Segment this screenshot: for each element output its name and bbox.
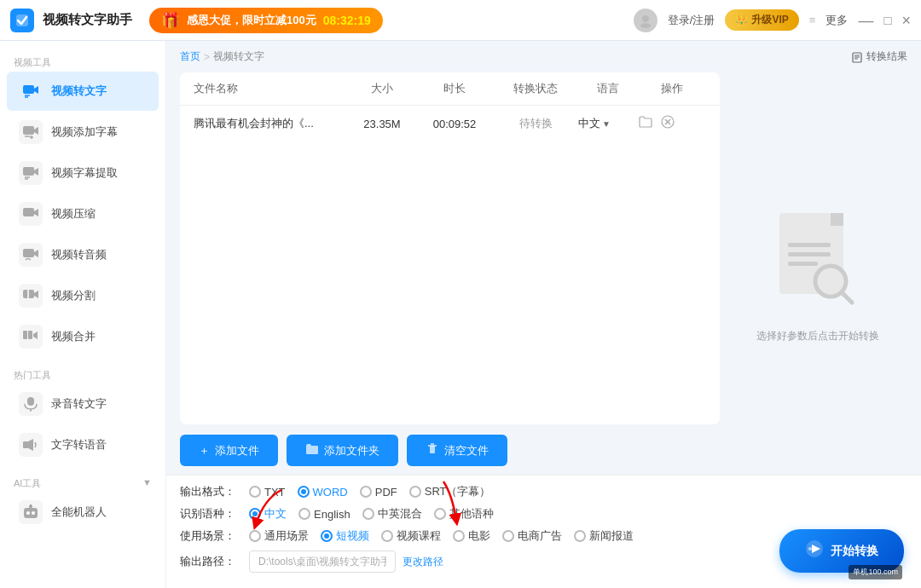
- close-button[interactable]: ×: [901, 13, 911, 28]
- scene-short-video-label: 短视频: [336, 528, 369, 544]
- promo-timer: 08:32:19: [323, 14, 371, 27]
- sidebar-item-split[interactable]: 视频分割: [7, 276, 159, 315]
- sidebar-label-to-audio: 视频转音频: [51, 247, 107, 262]
- sidebar-label-text-to-speech: 文字转语音: [51, 437, 107, 453]
- breadcrumb-home[interactable]: 首页: [180, 49, 200, 64]
- sidebar-item-ai-robot[interactable]: 全能机器人: [7, 493, 159, 532]
- open-folder-icon[interactable]: [638, 114, 653, 133]
- sidebar-item-extract-subtitle[interactable]: 视频字幕提取: [7, 153, 159, 193]
- scene-ecommerce[interactable]: 电商广告: [502, 528, 562, 544]
- svg-rect-47: [831, 213, 843, 226]
- lang-other-label: 其他语种: [449, 506, 494, 522]
- sidebar-item-audio-to-text[interactable]: 录音转文字: [7, 384, 159, 424]
- scene-ecommerce-label: 电商广告: [518, 528, 562, 544]
- start-convert-button[interactable]: 开始转换: [779, 529, 904, 573]
- scene-radio-group: 通用场景 短视频 视频课程 电影: [249, 528, 634, 544]
- sidebar-item-text-to-speech[interactable]: 文字转语音: [7, 425, 159, 464]
- plus-icon: ＋: [199, 443, 210, 458]
- result-button[interactable]: 转换结果: [851, 49, 907, 64]
- format-radio-group: TXT WORD PDF SRT（字幕）: [249, 484, 491, 499]
- scene-general[interactable]: 通用场景: [249, 528, 309, 544]
- clear-files-label: 清空文件: [444, 443, 489, 458]
- svg-rect-16: [23, 208, 34, 216]
- svg-rect-7: [23, 126, 34, 135]
- sidebar-item-add-subtitle[interactable]: 视频添加字幕: [7, 112, 159, 152]
- hot-tools-section-label: 热门工具: [0, 362, 165, 383]
- scene-movie[interactable]: 电影: [453, 528, 490, 544]
- scene-short-video[interactable]: 短视频: [321, 528, 369, 544]
- scene-video-course[interactable]: 视频课程: [381, 528, 441, 544]
- format-word[interactable]: WORD: [298, 486, 348, 499]
- lang-other[interactable]: 其他语种: [434, 506, 494, 522]
- lang-dropdown[interactable]: 中文 ▼: [578, 116, 638, 131]
- format-pdf[interactable]: PDF: [360, 486, 397, 499]
- button-row: ＋ 添加文件 添加文件夹 清空文件: [180, 424, 720, 475]
- file-name-cell: 腾讯最有机会封神的《...: [194, 116, 348, 131]
- svg-marker-25: [33, 331, 38, 339]
- svg-marker-29: [28, 439, 33, 451]
- svg-rect-3: [23, 85, 34, 94]
- start-button-wrap: 开始转换: [779, 529, 904, 573]
- sidebar-item-merge[interactable]: 视频合并: [7, 317, 159, 356]
- promo-text: 感恩大促，限时立减100元: [187, 13, 316, 28]
- scene-movie-label: 电影: [468, 528, 490, 544]
- svg-marker-17: [34, 209, 38, 216]
- sidebar-item-to-audio[interactable]: 视频转音频: [7, 235, 159, 274]
- promo-banner[interactable]: 🎁 感恩大促，限时立减100元 08:32:19: [149, 8, 383, 33]
- change-path-button[interactable]: 更改路径: [403, 555, 443, 569]
- titlebar: 视频转文字助手 🎁 感恩大促，限时立减100元 08:32:19 登录/注册 👑…: [0, 0, 921, 41]
- clear-files-button[interactable]: 清空文件: [407, 435, 507, 466]
- video-to-text-icon: [19, 79, 43, 103]
- radio-dot-video-course: [381, 530, 393, 542]
- radio-dot-short-video: [321, 530, 333, 542]
- lang-zh-en-label: 中英混合: [378, 506, 422, 522]
- svg-rect-26: [27, 397, 34, 406]
- sidebar-item-compress[interactable]: 视频压缩: [7, 194, 159, 233]
- start-label: 开始转换: [831, 544, 878, 559]
- format-label: 输出格式：: [180, 484, 235, 499]
- col-name: 文件名称: [194, 81, 348, 96]
- sidebar-item-video-to-text[interactable]: 视频转文字: [7, 72, 159, 111]
- add-file-label: 添加文件: [215, 443, 259, 458]
- app-title: 视频转文字助手: [43, 12, 132, 28]
- sidebar-label-add-subtitle: 视频添加字幕: [51, 124, 118, 140]
- svg-rect-24: [28, 331, 32, 339]
- ai-tools-section-label: AI工具▼: [0, 470, 165, 492]
- lang-zh[interactable]: 中文: [249, 506, 287, 522]
- table-header: 文件名称 大小 时长 转换状态 语言 操作: [180, 72, 720, 106]
- text-to-speech-icon: [19, 433, 43, 457]
- sidebar-label-audio-to-text: 录音转文字: [51, 396, 107, 412]
- output-path-row: 更改路径: [249, 551, 443, 573]
- scene-video-course-label: 视频课程: [397, 528, 441, 544]
- login-button[interactable]: 登录/注册: [668, 13, 715, 28]
- format-srt-label: SRT（字幕）: [425, 484, 491, 499]
- delete-icon[interactable]: [660, 114, 675, 133]
- format-txt[interactable]: TXT: [249, 486, 286, 499]
- path-label: 输出路径：: [180, 554, 235, 569]
- split-icon: [19, 284, 43, 308]
- more-button[interactable]: 更多: [825, 13, 848, 28]
- radio-dot-news: [574, 530, 586, 542]
- svg-point-31: [26, 511, 30, 515]
- format-srt[interactable]: SRT（字幕）: [409, 484, 491, 499]
- format-word-label: WORD: [313, 486, 348, 499]
- main-panel: 文件名称 大小 时长 转换状态 语言 操作 腾讯最有机会封神的《... 23.3…: [166, 72, 921, 475]
- start-icon: [805, 539, 824, 562]
- vip-button[interactable]: 👑 升级VIP: [725, 9, 798, 31]
- add-folder-label: 添加文件夹: [324, 443, 379, 458]
- lang-zh-en[interactable]: 中英混合: [362, 506, 422, 522]
- lang-radio-group: 中文 English 中英混合 其他语种: [249, 506, 494, 522]
- add-folder-button[interactable]: 添加文件夹: [287, 435, 398, 466]
- minimize-button[interactable]: —: [858, 13, 873, 28]
- main-layout: 视频工具 视频转文字 视频添加字幕 视频字幕提取 视频压缩: [0, 41, 921, 588]
- col-size: 大小: [348, 81, 416, 96]
- breadcrumb: 首页 > 视频转文字 转换结果: [166, 41, 921, 72]
- preview-hint: 选择好参数后点击开始转换: [756, 329, 879, 343]
- add-file-button[interactable]: ＋ 添加文件: [180, 435, 278, 466]
- sidebar-label-compress: 视频压缩: [51, 206, 96, 222]
- scene-news[interactable]: 新闻报道: [574, 528, 634, 544]
- maximize-button[interactable]: □: [883, 14, 891, 26]
- lang-en[interactable]: English: [298, 508, 350, 521]
- avatar: [634, 9, 657, 32]
- output-path-input[interactable]: [249, 551, 396, 573]
